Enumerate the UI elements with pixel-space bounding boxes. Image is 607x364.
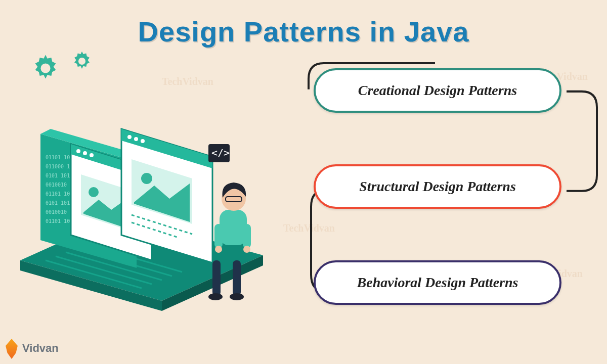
page-title: Design Patterns in Java <box>0 0 607 48</box>
svg-point-34 <box>141 173 152 184</box>
svg-point-46 <box>215 246 222 253</box>
svg-point-30 <box>127 135 132 139</box>
category-label: Behavioral Design Patterns <box>357 275 518 291</box>
gear-icon <box>30 53 61 83</box>
svg-text:0010010 1: 0010010 1 <box>46 209 73 215</box>
category-pill-behavioral: Behavioral Design Patterns <box>314 260 561 305</box>
svg-rect-40 <box>233 260 241 296</box>
svg-point-23 <box>76 149 80 153</box>
svg-point-24 <box>83 151 87 155</box>
category-pill-structural: Structural Design Patterns <box>314 164 561 209</box>
laptop-illustration: 01101 1010 011000 10 0101 10110 0010010 … <box>10 109 273 321</box>
svg-rect-44 <box>214 224 223 248</box>
svg-point-2 <box>78 58 85 65</box>
svg-point-25 <box>90 153 94 157</box>
code-tag-icon: </> <box>208 144 230 162</box>
illustration-area: 01101 1010 011000 10 0101 10110 0010010 … <box>0 48 283 356</box>
svg-text:</>: </> <box>211 147 230 159</box>
brand-text: Vidvan <box>22 342 59 354</box>
gear-icon <box>71 50 93 72</box>
category-label: Structural Design Patterns <box>359 178 516 195</box>
brand-logo: Vidvan <box>3 339 59 359</box>
category-label: Creational Design Patterns <box>358 82 517 99</box>
svg-point-42 <box>230 293 244 300</box>
svg-point-1 <box>40 63 50 73</box>
svg-point-41 <box>208 293 223 300</box>
category-pill-creational: Creational Design Patterns <box>314 68 561 113</box>
svg-text:0010010 1: 0010010 1 <box>46 182 73 188</box>
svg-rect-39 <box>212 260 221 296</box>
svg-point-31 <box>134 137 138 141</box>
categories-area: Creational Design Patterns Structural De… <box>283 48 607 356</box>
svg-point-47 <box>243 246 250 253</box>
svg-rect-43 <box>220 210 247 245</box>
flame-icon <box>3 339 20 359</box>
svg-point-27 <box>89 187 99 197</box>
svg-point-32 <box>141 139 145 143</box>
svg-text:011000 10: 011000 10 <box>46 164 73 169</box>
content-row: 01101 1010 011000 10 0101 10110 0010010 … <box>0 48 607 356</box>
svg-rect-45 <box>243 224 251 248</box>
